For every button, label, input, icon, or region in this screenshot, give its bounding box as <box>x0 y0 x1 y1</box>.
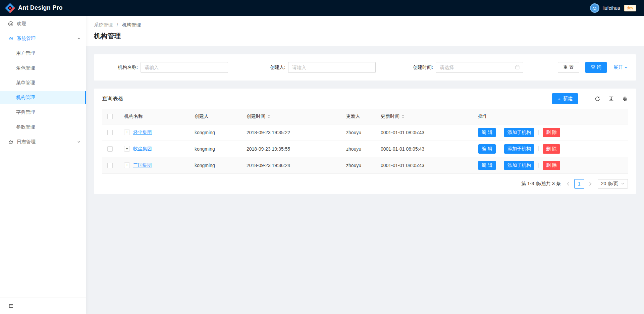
sidebar-item-label: 机构管理 <box>16 95 35 101</box>
user-avatar[interactable] <box>590 3 599 13</box>
reload-icon[interactable] <box>595 96 600 102</box>
action-divider <box>500 163 500 168</box>
action-divider <box>538 146 539 151</box>
page-header: 系统管理 / 机构管理 机构管理 <box>86 16 644 46</box>
sidebar-item-label: 参数管理 <box>16 124 35 130</box>
expand-link-label: 展开 <box>613 64 623 70</box>
sidebar-item-param-management[interactable]: 参数管理 <box>0 120 86 134</box>
table-title: 查询表格 <box>102 95 123 102</box>
sidebar-item-role-management[interactable]: 角色管理 <box>0 61 86 75</box>
form-item-creator: 创建人: <box>250 62 397 73</box>
sort-caret-icon[interactable] <box>401 114 405 119</box>
prev-page-button[interactable] <box>564 179 572 189</box>
sidebar-item-label: 系统管理 <box>17 36 36 42</box>
delete-button[interactable]: 删 除 <box>543 128 560 137</box>
cell-creator: kongming <box>189 141 241 157</box>
edit-button[interactable]: 编 辑 <box>478 128 496 137</box>
chevron-up-icon <box>77 37 80 40</box>
menu-fold-icon[interactable] <box>8 303 13 309</box>
column-height-icon[interactable] <box>608 96 614 102</box>
col-header-updated-label: 更新时间 <box>381 113 399 119</box>
org-name-link[interactable]: 轻尘集团 <box>133 129 152 136</box>
table-card: 查询表格 + 新建 <box>94 89 636 194</box>
col-header-updater: 更新人 <box>341 109 375 124</box>
row-checkbox[interactable] <box>107 163 113 168</box>
org-name-link[interactable]: 三国集团 <box>133 162 152 168</box>
org-name-input[interactable] <box>141 62 228 73</box>
edit-button[interactable]: 编 辑 <box>478 161 496 170</box>
delete-button[interactable]: 删 除 <box>543 144 560 154</box>
page-size-select[interactable]: 20 条/页 <box>598 179 628 189</box>
cell-updater: zhouyu <box>341 157 375 173</box>
action-divider <box>500 146 500 151</box>
env-tag: dev <box>624 5 636 11</box>
cell-updated: 0001-01-01 08:05:43 <box>375 157 473 173</box>
row-checkbox[interactable] <box>107 130 113 135</box>
new-button[interactable]: + 新建 <box>552 93 578 104</box>
sidebar-item-dict-management[interactable]: 字典管理 <box>0 106 86 119</box>
pagination-total: 第 1-3 条/总共 3 条 <box>521 181 560 187</box>
edit-button[interactable]: 编 辑 <box>478 144 496 154</box>
next-page-button[interactable] <box>586 179 594 189</box>
sidebar-item-menu-management[interactable]: 菜单管理 <box>0 76 86 90</box>
breadcrumb-item-system[interactable]: 系统管理 <box>94 22 113 28</box>
sidebar-item-system-management[interactable]: 系统管理 <box>0 32 86 45</box>
expand-row-icon[interactable]: + <box>124 146 130 152</box>
select-all-checkbox[interactable] <box>107 114 113 119</box>
table-row: + 三国集团 kongming 2018-09-23 19:36:24 zhou… <box>102 157 628 173</box>
breadcrumb-separator: / <box>117 22 118 28</box>
table-toolbar: 查询表格 + 新建 <box>94 89 636 109</box>
org-table: 机构名称 创建人 创建时间 <box>102 109 628 174</box>
new-button-label: 新建 <box>563 96 573 102</box>
sort-caret-icon[interactable] <box>267 114 270 119</box>
table-wrap: 机构名称 创建人 创建时间 <box>94 109 636 174</box>
username[interactable]: liufeihua <box>602 5 620 11</box>
sidebar-item-welcome[interactable]: 欢迎 <box>0 17 86 31</box>
top-header: Ant Design Pro liufeihua dev <box>0 0 644 16</box>
chevron-down-icon <box>621 182 625 186</box>
form-item-org-name: 机构名称: <box>102 62 250 73</box>
sidebar-item-user-management[interactable]: 用户管理 <box>0 47 86 60</box>
plus-icon: + <box>557 96 560 101</box>
cell-updated: 0001-01-01 08:05:43 <box>375 141 473 157</box>
page-number-1[interactable]: 1 <box>574 179 584 189</box>
sidebar-item-log-management[interactable]: 日志管理 <box>0 135 86 149</box>
org-name-link[interactable]: 牧尘集团 <box>133 146 152 152</box>
sidebar-item-label: 角色管理 <box>16 65 35 71</box>
action-divider <box>538 163 539 168</box>
expand-row-icon[interactable]: + <box>124 129 130 135</box>
cell-updater: zhouyu <box>341 141 375 157</box>
settings-gear-icon[interactable] <box>622 96 628 102</box>
table-header-row: 机构名称 创建人 创建时间 <box>102 109 628 124</box>
chevron-down-icon <box>624 66 628 69</box>
creator-input[interactable] <box>288 62 376 73</box>
delete-button[interactable]: 删 除 <box>543 161 560 170</box>
creator-label: 创建人: <box>250 64 288 70</box>
org-name-label: 机构名称: <box>102 64 141 70</box>
create-time-picker[interactable] <box>436 62 523 73</box>
create-time-label: 创建时间: <box>397 64 436 70</box>
breadcrumb-item-org: 机构管理 <box>122 22 141 28</box>
cell-created: 2018-09-23 19:35:55 <box>241 141 341 157</box>
add-child-org-button[interactable]: 添加子机构 <box>504 128 534 137</box>
sidebar-item-label: 日志管理 <box>17 139 36 145</box>
expand-link[interactable]: 展开 <box>613 64 628 70</box>
row-checkbox[interactable] <box>107 146 113 152</box>
reset-button[interactable]: 重 置 <box>558 62 579 73</box>
query-button[interactable]: 查 询 <box>585 62 607 73</box>
toolbar-right: + 新建 <box>552 93 628 104</box>
col-header-updated[interactable]: 更新时间 <box>375 109 473 124</box>
action-divider <box>500 130 500 135</box>
add-child-org-button[interactable]: 添加子机构 <box>504 144 534 154</box>
cell-created: 2018-09-23 19:35:22 <box>241 124 341 141</box>
expand-row-icon[interactable]: + <box>124 162 130 168</box>
sidebar-item-label: 菜单管理 <box>16 80 35 86</box>
table-row: + 牧尘集团 kongming 2018-09-23 19:35:55 zhou… <box>102 141 628 157</box>
sidebar-item-org-management[interactable]: 机构管理 <box>0 91 86 104</box>
crown-icon <box>8 139 13 145</box>
col-header-created[interactable]: 创建时间 <box>241 109 341 124</box>
cell-updater: zhouyu <box>341 124 375 141</box>
logo-area[interactable]: Ant Design Pro <box>5 3 63 13</box>
add-child-org-button[interactable]: 添加子机构 <box>504 161 534 170</box>
pagination: 第 1-3 条/总共 3 条 1 20 条/页 <box>94 174 636 194</box>
